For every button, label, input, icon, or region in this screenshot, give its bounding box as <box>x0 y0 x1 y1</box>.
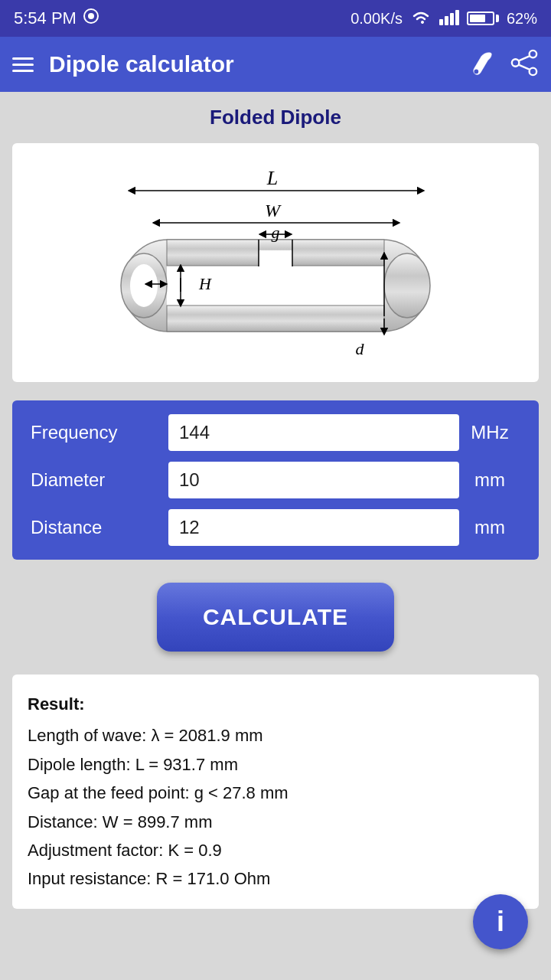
section-title: Folded Dipole <box>12 106 539 129</box>
svg-text:L: L <box>266 167 278 189</box>
svg-text:W: W <box>265 201 282 220</box>
hamburger-icon[interactable] <box>12 57 34 72</box>
info-fab[interactable]: i <box>473 894 528 949</box>
result-title: Result: <box>28 690 523 718</box>
app-title: Dipole calculator <box>49 51 467 77</box>
status-right: 0.00K/s 62% <box>350 8 537 29</box>
distance-label: Distance <box>31 517 168 538</box>
calculate-btn-wrap: CALCULATE <box>12 583 539 652</box>
svg-rect-2 <box>439 19 443 25</box>
distance-unit: mm <box>459 517 520 538</box>
result-line-2: Dipole length: L = 931.7 mm <box>28 750 523 779</box>
distance-input[interactable] <box>168 509 459 546</box>
diameter-input[interactable] <box>168 462 459 498</box>
app-bar: Dipole calculator <box>0 37 551 92</box>
diameter-unit: mm <box>459 469 520 491</box>
signal-icon <box>439 8 459 29</box>
result-box: Result: Length of wave: λ = 2081.9 mm Di… <box>12 675 539 909</box>
svg-rect-3 <box>445 16 448 25</box>
share-icon[interactable] <box>510 48 539 80</box>
svg-rect-26 <box>259 250 292 267</box>
svg-point-1 <box>88 13 94 19</box>
result-line-6: Input resistance: R = 171.0 Ohm <box>28 864 523 893</box>
svg-rect-25 <box>167 305 384 332</box>
svg-rect-5 <box>455 10 459 25</box>
frequency-unit: MHz <box>459 422 520 443</box>
svg-point-23 <box>384 253 430 318</box>
status-bar: 5:54 PM 0.00K/s <box>0 0 551 37</box>
diagram-box: L W <box>12 143 539 382</box>
network-speed: 0.00K/s <box>350 10 403 28</box>
svg-point-8 <box>530 68 537 76</box>
battery-percent: 62% <box>507 10 537 28</box>
status-left: 5:54 PM <box>14 8 99 29</box>
network-indicator <box>83 8 99 29</box>
svg-text:d: d <box>356 339 365 358</box>
folded-dipole-diagram: L W <box>54 155 497 370</box>
svg-line-11 <box>519 65 529 70</box>
result-line-3: Gap at the feed point: g < 27.8 mm <box>28 779 523 807</box>
svg-point-7 <box>530 51 537 58</box>
result-line-1: Length of wave: λ = 2081.9 mm <box>28 721 523 750</box>
svg-point-22 <box>130 264 158 307</box>
calculate-button[interactable]: CALCULATE <box>157 583 394 652</box>
frequency-label: Frequency <box>31 422 168 443</box>
diameter-row: Diameter mm <box>31 462 520 498</box>
frequency-input[interactable] <box>168 414 459 451</box>
svg-rect-4 <box>450 13 454 25</box>
svg-text:H: H <box>198 274 212 293</box>
result-line-5: Adjustment factor: K = 0.9 <box>28 836 523 864</box>
app-bar-actions <box>467 48 539 80</box>
svg-point-9 <box>512 59 520 67</box>
frequency-row: Frequency MHz <box>31 414 520 451</box>
wrench-icon[interactable] <box>467 48 496 80</box>
wifi-icon <box>410 8 432 29</box>
input-panel: Frequency MHz Diameter mm Distance mm <box>12 400 539 560</box>
result-line-4: Distance: W = 899.7 mm <box>28 808 523 836</box>
info-icon: i <box>497 906 504 938</box>
time-display: 5:54 PM <box>14 8 77 28</box>
main-content: Folded Dipole L W <box>0 92 551 942</box>
svg-text:g: g <box>272 223 280 242</box>
distance-row: Distance mm <box>31 509 520 546</box>
diameter-label: Diameter <box>31 469 168 491</box>
battery-icon <box>467 11 499 25</box>
svg-line-10 <box>519 56 529 60</box>
svg-point-6 <box>474 70 479 74</box>
